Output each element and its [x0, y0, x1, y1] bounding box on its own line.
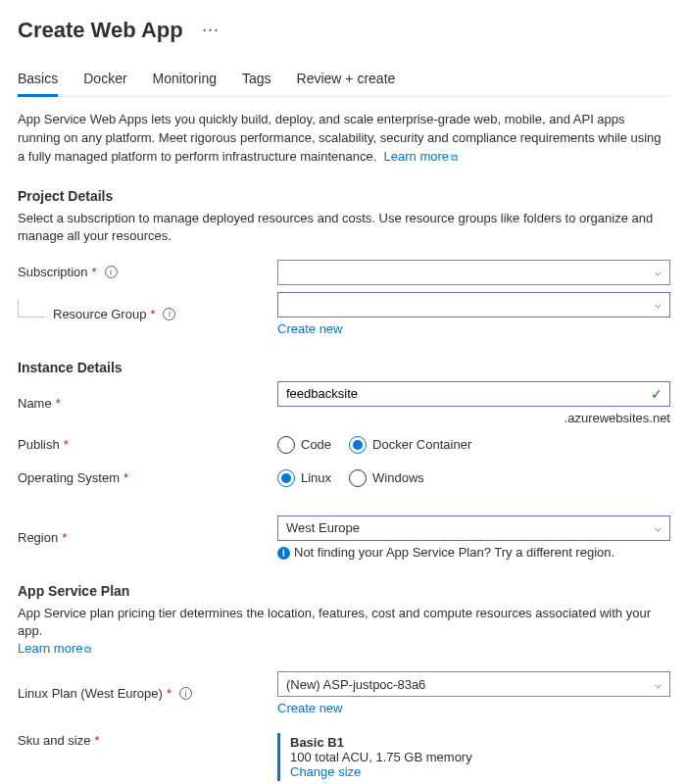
radio-icon — [349, 469, 367, 487]
chevron-down-icon: ⌵ — [655, 266, 662, 278]
required-asterisk: * — [94, 733, 99, 748]
create-new-resource-group-link[interactable]: Create new — [277, 321, 342, 336]
check-icon: ✓ — [651, 386, 663, 402]
intro-body: App Service Web Apps lets you quickly bu… — [18, 112, 662, 164]
create-new-plan-link[interactable]: Create new — [277, 701, 342, 715]
tab-monitoring[interactable]: Monitoring — [153, 71, 217, 96]
publish-option-docker: Docker Container — [372, 437, 471, 452]
chevron-down-icon: ⌵ — [655, 678, 662, 691]
publish-label: Publish — [18, 437, 60, 452]
tab-docker[interactable]: Docker — [83, 71, 126, 96]
instance-details-heading: Instance Details — [18, 360, 670, 375]
change-size-link[interactable]: Change size — [290, 764, 361, 779]
subscription-label: Subscription — [18, 265, 88, 279]
info-icon[interactable]: i — [179, 687, 192, 700]
linux-plan-label: Linux Plan (West Europe) — [18, 686, 163, 701]
required-asterisk: * — [64, 437, 69, 452]
chevron-down-icon: ⌵ — [655, 298, 662, 311]
publish-radio-group: Code Docker Container — [277, 436, 670, 454]
app-name-input[interactable] — [277, 381, 670, 407]
project-details-heading: Project Details — [18, 188, 670, 204]
os-radio-group: Linux Windows — [277, 469, 670, 487]
app-service-plan-desc: App Service plan pricing tier determines… — [18, 605, 670, 659]
learn-more-plan-link[interactable]: Learn more⧉ — [18, 641, 91, 656]
required-asterisk: * — [150, 307, 155, 321]
publish-option-code: Code — [301, 437, 331, 452]
info-icon[interactable]: i — [163, 308, 175, 320]
external-link-icon: ⧉ — [451, 152, 458, 163]
sku-detail: 100 total ACU, 1.75 GB memory — [290, 750, 670, 764]
name-label: Name — [18, 396, 52, 411]
publish-radio-code[interactable]: Code — [277, 436, 331, 454]
sku-summary: Basic B1 100 total ACU, 1.75 GB memory C… — [277, 733, 670, 781]
app-service-plan-heading: App Service Plan — [18, 583, 670, 599]
linux-plan-select[interactable]: (New) ASP-justpoc-83a6 ⌵ — [277, 671, 670, 697]
os-label: Operating System — [18, 470, 120, 485]
resource-group-select[interactable]: ⌵ — [277, 292, 670, 318]
subscription-select[interactable]: ⌵ — [277, 260, 670, 285]
sku-title: Basic B1 — [290, 735, 670, 750]
intro-text: App Service Web Apps lets you quickly bu… — [18, 111, 670, 167]
tab-strip: Basics Docker Monitoring Tags Review + c… — [18, 71, 670, 97]
tab-basics[interactable]: Basics — [18, 71, 58, 97]
chevron-down-icon: ⌵ — [655, 521, 662, 534]
domain-suffix: .azurewebsites.net — [277, 411, 670, 425]
required-asterisk: * — [123, 470, 128, 485]
region-hint: iNot finding your App Service Plan? Try … — [277, 545, 670, 560]
region-label: Region — [18, 530, 58, 545]
more-actions-icon[interactable]: ··· — [203, 23, 221, 38]
required-asterisk: * — [56, 396, 61, 411]
linux-plan-value: (New) ASP-justpoc-83a6 — [286, 677, 425, 692]
page-title: Create Web App ··· — [18, 18, 670, 43]
info-icon: i — [277, 547, 290, 560]
os-radio-linux[interactable]: Linux — [277, 469, 331, 487]
radio-icon — [277, 469, 295, 487]
os-option-windows: Windows — [372, 470, 424, 485]
resource-group-label: Resource Group — [53, 307, 146, 321]
radio-icon — [277, 436, 295, 454]
region-select[interactable]: West Europe ⌵ — [277, 515, 670, 541]
info-icon[interactable]: i — [105, 266, 118, 278]
tab-tags[interactable]: Tags — [242, 71, 271, 96]
required-asterisk: * — [92, 265, 97, 279]
os-radio-windows[interactable]: Windows — [349, 469, 424, 487]
region-value: West Europe — [286, 520, 360, 535]
project-details-desc: Select a subscription to manage deployed… — [18, 210, 670, 245]
os-option-linux: Linux — [301, 470, 331, 485]
page-title-text: Create Web App — [18, 18, 183, 43]
learn-more-link[interactable]: Learn more⧉ — [384, 149, 458, 164]
radio-icon — [349, 436, 367, 454]
publish-radio-docker[interactable]: Docker Container — [349, 436, 471, 454]
external-link-icon: ⧉ — [84, 644, 91, 655]
indent-line-icon — [18, 300, 45, 318]
required-asterisk: * — [62, 530, 67, 545]
required-asterisk: * — [167, 686, 172, 701]
sku-size-label: Sku and size — [18, 733, 90, 748]
tab-review-create[interactable]: Review + create — [297, 71, 396, 96]
